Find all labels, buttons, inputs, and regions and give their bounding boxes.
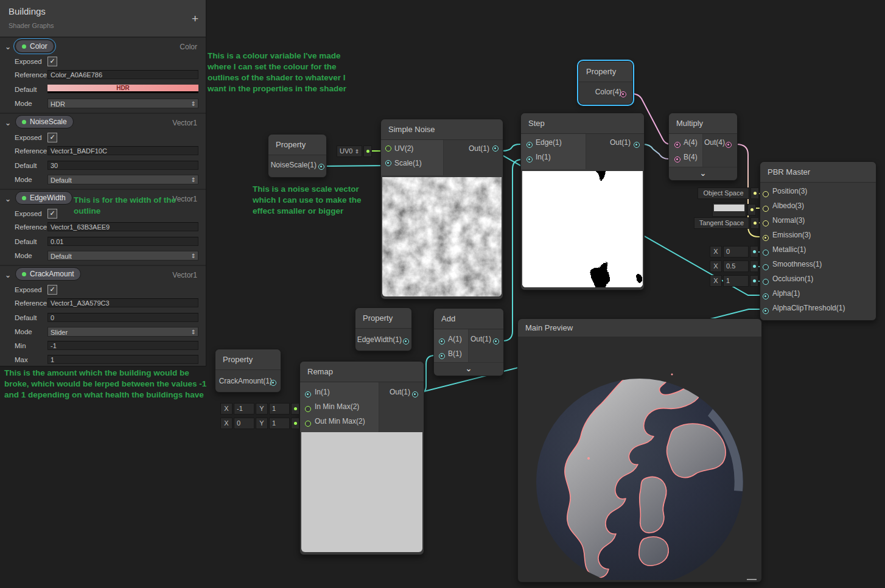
input-port-occlusion[interactable] [763, 279, 769, 285]
collapse-chevron-icon[interactable]: ⌄ [669, 167, 737, 180]
position-space-dropdown[interactable]: Object Space [698, 187, 759, 199]
node-simple-noise[interactable]: Simple Noise UV(2) Scale(1) Out(1) [380, 119, 503, 299]
property-section-noisescale: ⌄ NoiseScale Vector1 Exposed ✓ Reference… [0, 114, 206, 189]
node-property-crackamount[interactable]: Property CrackAmount(1) [215, 349, 281, 393]
node-multiply[interactable]: Multiply A(4) B(4) Out(4) ⌄ [668, 113, 738, 181]
mode-label: Mode [15, 175, 32, 184]
reference-input[interactable]: Vector1_BADF10C [47, 146, 198, 155]
mode-dropdown[interactable]: Default⇕ [47, 175, 198, 184]
node-remap[interactable]: Remap In(1) In Min Max(2) Out Min Max(2)… [299, 361, 424, 555]
property-pill-color[interactable]: Color [13, 38, 56, 54]
exposed-checkbox[interactable]: ✓ [47, 285, 57, 295]
blackboard-header: Buildings Shader Graphs + [0, 0, 206, 38]
normal-space-dropdown[interactable]: Tangent Space [694, 217, 759, 229]
node-property-noisescale[interactable]: Property NoiseScale(1) [268, 134, 327, 178]
add-property-button[interactable]: + [192, 12, 198, 26]
output-port-crackamount[interactable] [270, 380, 276, 386]
input-port-alphaclipthreshold[interactable] [763, 308, 769, 314]
input-port-a[interactable] [674, 142, 680, 148]
port-label: Scale(1) [394, 156, 422, 170]
input-port-emission[interactable] [763, 235, 769, 241]
in-min-value[interactable]: -1 [234, 403, 254, 415]
resize-handle[interactable] [747, 579, 757, 580]
input-port-albedo[interactable] [763, 206, 769, 212]
metallic-value-widget[interactable]: X 0 [710, 246, 758, 257]
node-property-edgewidth[interactable]: Property EdgeWidth(1) [355, 307, 412, 351]
in-min-max-widget[interactable]: X -1 Y 1 [220, 403, 299, 415]
node-title: Property [268, 135, 326, 155]
out-min-max-widget[interactable]: X 0 Y 1 [220, 418, 299, 429]
chevron-down-icon[interactable]: ⌄ [5, 43, 11, 51]
chevron-down-icon[interactable]: ⌄ [5, 195, 11, 203]
node-step[interactable]: Step Edge(1) In(1) Out(1) [520, 113, 645, 290]
input-port-metallic[interactable] [763, 250, 769, 256]
reference-input[interactable]: Color_A0A6E786 [47, 70, 198, 79]
input-port-outminmax[interactable] [305, 421, 311, 427]
exposed-checkbox[interactable]: ✓ [47, 209, 57, 219]
input-port-normal[interactable] [763, 220, 769, 226]
property-pill-noisescale[interactable]: NoiseScale [15, 115, 74, 128]
input-port-inminmax[interactable] [305, 406, 311, 412]
input-port-a[interactable] [439, 338, 445, 345]
input-port-b[interactable] [439, 353, 445, 359]
property-pill-edgewidth[interactable]: EdgeWidth [15, 191, 72, 205]
exposed-dot-icon [22, 44, 26, 49]
input-port-in[interactable] [526, 156, 533, 163]
smoothness-value[interactable]: 0.5 [723, 261, 749, 272]
node-pbr-master[interactable]: PBR Master Position(3) Albedo(3) Normal(… [760, 161, 876, 321]
hdr-color-swatch[interactable]: HDR [47, 85, 198, 93]
node-property-color[interactable]: Property Color(4) [578, 61, 633, 105]
input-port-uv[interactable] [385, 145, 391, 152]
input-port-position[interactable] [763, 191, 769, 197]
reference-input[interactable]: Vector1_A3A579C3 [47, 298, 198, 307]
mode-dropdown[interactable]: HDR⇕ [47, 99, 198, 108]
dropdown-arrows-icon: ⇕ [191, 251, 196, 261]
mode-dropdown[interactable]: Default⇕ [47, 251, 198, 261]
output-port-out[interactable] [634, 142, 640, 148]
output-port-edgewidth[interactable] [403, 338, 409, 345]
input-port-in[interactable] [305, 391, 311, 397]
reference-input[interactable]: Vector1_63B3AEE9 [47, 222, 198, 231]
occlusion-value[interactable]: 1 [723, 275, 749, 287]
albedo-color-swatch[interactable] [714, 205, 744, 211]
node-title: Property [215, 349, 281, 370]
default-input[interactable]: 30 [47, 161, 198, 170]
occlusion-value-widget[interactable]: X 1 [710, 275, 758, 287]
exposed-checkbox[interactable]: ✓ [47, 57, 57, 66]
input-port-smoothness[interactable] [763, 264, 769, 270]
default-input[interactable]: 0 [47, 313, 198, 322]
node-main-preview[interactable]: Main Preview [517, 318, 762, 583]
output-port-out[interactable] [412, 391, 418, 397]
property-type: Vector1 [172, 119, 197, 127]
output-port-out[interactable] [726, 142, 732, 148]
uv-channel-widget[interactable]: UV0 ⇕ [337, 145, 372, 157]
albedo-swatch-widget[interactable] [712, 203, 756, 217]
smoothness-value-widget[interactable]: X 0.5 [710, 261, 758, 272]
min-input[interactable]: -1 [47, 341, 198, 350]
output-port-out[interactable] [492, 145, 498, 152]
input-port-edge[interactable] [526, 142, 533, 148]
output-port-color[interactable] [620, 91, 626, 97]
port-dot-icon [294, 407, 297, 410]
default-input[interactable]: 0.01 [47, 237, 198, 246]
mode-dropdown[interactable]: Slider⇕ [47, 327, 198, 337]
in-max-value[interactable]: 1 [269, 403, 290, 415]
out-max-value[interactable]: 1 [269, 418, 290, 429]
output-port-out[interactable] [493, 338, 499, 345]
property-pill-crackamount[interactable]: CrackAmount [15, 267, 81, 281]
input-port-b[interactable] [674, 156, 680, 163]
metallic-value[interactable]: 0 [723, 246, 749, 257]
chevron-down-icon[interactable]: ⌄ [5, 271, 11, 279]
output-port-noisescale[interactable] [318, 164, 324, 170]
exposed-checkbox[interactable]: ✓ [47, 133, 57, 142]
max-input[interactable]: 1 [47, 355, 198, 364]
input-port-alpha[interactable] [763, 293, 769, 299]
input-port-scale[interactable] [385, 160, 391, 166]
port-dot-icon [294, 422, 297, 425]
out-min-value[interactable]: 0 [234, 418, 254, 429]
chevron-down-icon[interactable]: ⌄ [5, 119, 11, 127]
collapse-chevron-icon[interactable]: ⌄ [434, 362, 503, 376]
node-add[interactable]: Add A(1) B(1) Out(1) ⌄ [433, 308, 504, 376]
port-label: Smoothness(1) [772, 257, 822, 271]
node-title: PBR Master [760, 162, 876, 183]
